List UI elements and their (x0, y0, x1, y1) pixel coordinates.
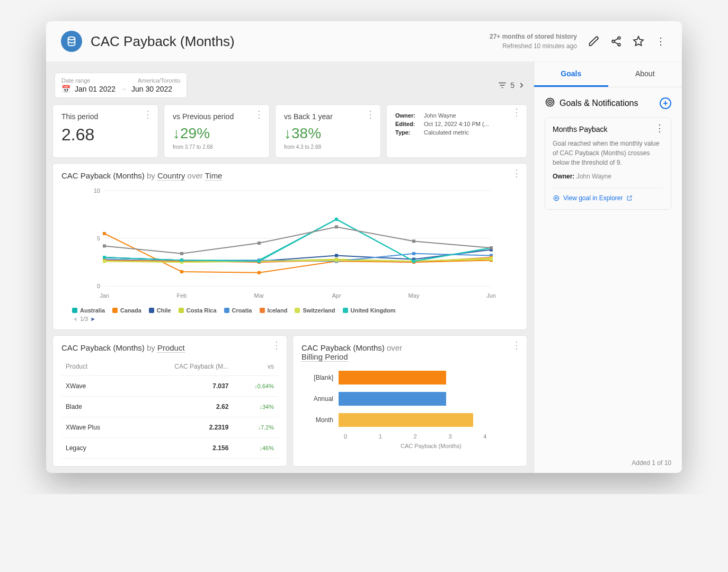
panel-title: CAC Payback (Months) over Billing Period (301, 343, 518, 361)
more-icon[interactable] (366, 110, 375, 120)
svg-rect-52 (103, 256, 106, 259)
bar-row: Annual (301, 391, 518, 407)
svg-rect-54 (258, 260, 261, 263)
dim-country[interactable]: Country (157, 171, 185, 181)
timezone: America/Toronto (138, 77, 180, 84)
kpi-delta: ↓29% (173, 125, 261, 142)
svg-text:Apr: Apr (332, 292, 341, 299)
svg-text:Jan: Jan (100, 292, 109, 299)
goal-title: Months Payback (553, 125, 663, 133)
filter-row: Date range America/Toronto 📅 Jan 01 2022… (52, 68, 527, 104)
tab-about[interactable]: About (608, 62, 682, 87)
tab-goals[interactable]: Goals (534, 62, 608, 87)
svg-rect-25 (335, 254, 338, 257)
goal-body: Goal reached when the monthly value of C… (553, 139, 663, 167)
dim-product[interactable]: Product (157, 343, 185, 353)
dim-billing[interactable]: Billing Period (301, 352, 348, 362)
section-title: Goals & Notifications (560, 99, 638, 108)
svg-point-73 (554, 195, 558, 200)
svg-rect-59 (180, 252, 183, 255)
target-icon (553, 194, 560, 202)
line-chart: 0510JanFebMarAprMayJun (61, 185, 518, 304)
chevron-left-icon: ◄ (72, 316, 78, 322)
calendar-icon: 📅 (61, 85, 70, 93)
more-icon[interactable] (254, 110, 264, 120)
legend-item[interactable]: United Kingdom (343, 307, 396, 314)
legend-item[interactable]: Canada (112, 307, 141, 314)
date-range-picker[interactable]: Date range America/Toronto 📅 Jan 01 2022… (55, 73, 187, 98)
billing-bar-panel: CAC Payback (Months) over Billing Period… (292, 335, 527, 467)
svg-text:Mar: Mar (254, 292, 264, 299)
svg-point-2 (612, 40, 615, 43)
svg-rect-61 (335, 225, 338, 228)
legend-pager[interactable]: ◄ 1/3 ► (61, 316, 518, 322)
more-icon[interactable] (655, 124, 664, 133)
filter-toggle[interactable]: 5 (498, 81, 525, 90)
legend-item[interactable]: Iceland (260, 307, 288, 314)
goals-section: Goals & Notifications + Months Payback G… (534, 87, 682, 219)
kpi-back-year: vs Back 1 year ↓38% from 4.3 to 2.68 (275, 104, 381, 158)
legend-item[interactable]: Costa Rica (179, 307, 217, 314)
bar-chart: [Blank]AnnualMonth (301, 370, 518, 428)
svg-rect-55 (335, 218, 338, 221)
svg-rect-49 (335, 258, 338, 262)
svg-point-1 (618, 37, 620, 39)
kpi-from: from 3.77 to 2.68 (173, 144, 261, 150)
history-text: 27+ months of stored history (490, 32, 577, 41)
more-icon[interactable] (143, 110, 153, 120)
line-chart-panel: CAC Payback (Months) by Country over Tim… (52, 163, 527, 330)
legend-item[interactable]: Australia (72, 307, 105, 314)
more-icon[interactable] (512, 341, 521, 351)
legend-item[interactable]: Switzerland (295, 307, 335, 314)
table-row[interactable]: XWave7.037↓0.64% (61, 376, 278, 397)
edit-icon[interactable] (588, 35, 600, 48)
svg-point-3 (618, 43, 620, 46)
external-link-icon (626, 195, 633, 201)
kpi-label: vs Previous period (173, 112, 261, 121)
right-sidebar: Goals About Goals & Notifications + Mont… (534, 62, 682, 473)
kpi-delta: ↓38% (284, 125, 372, 142)
bar-row: [Blank] (301, 370, 518, 386)
more-icon[interactable] (512, 169, 521, 178)
arrow-icon: → (120, 85, 127, 93)
kpi-prev-period: vs Previous period ↓29% from 3.77 to 2.6… (164, 104, 270, 158)
target-icon (545, 97, 555, 110)
chevron-right-icon (518, 82, 525, 89)
kpi-info: Owner:John Wayne Edited:Oct 12, 2022 4:1… (386, 104, 527, 158)
legend-item[interactable]: Croatia (224, 307, 252, 314)
view-goal-link[interactable]: View goal in Explorer (553, 187, 663, 202)
more-icon[interactable] (272, 341, 281, 351)
chart-legend: AustraliaCanadaChileCosta RicaCroatiaIce… (61, 307, 518, 314)
svg-text:0: 0 (97, 283, 100, 289)
kpi-label: vs Back 1 year (284, 112, 372, 121)
svg-rect-58 (103, 244, 106, 247)
bar-row: Month (301, 412, 518, 428)
more-icon[interactable] (654, 35, 667, 48)
svg-rect-18 (258, 271, 261, 274)
svg-point-0 (68, 37, 75, 40)
svg-rect-51 (490, 257, 493, 260)
add-goal-button[interactable]: + (660, 97, 671, 109)
kpi-value: 2.68 (61, 125, 149, 145)
page-title: CAC Payback (Months) (91, 33, 235, 50)
table-row[interactable]: XWave Plus2.2319↓7.2% (61, 417, 278, 438)
panel-title: CAC Payback (Months) by Product (61, 343, 278, 352)
goal-card: Months Payback Goal reached when the mon… (545, 117, 671, 210)
share-icon[interactable] (610, 35, 623, 48)
table-row[interactable]: Blade2.62↓34% (61, 397, 278, 417)
svg-text:Jun: Jun (486, 292, 496, 299)
product-table: Product CAC Payback (M... vs XWave7.037↓… (61, 358, 278, 459)
kpi-label: This period (61, 112, 149, 121)
table-row[interactable]: Legacy2.156↓46% (61, 438, 278, 459)
metric-db-icon (61, 31, 82, 52)
date-start: Jan 01 2022 (75, 85, 116, 93)
svg-point-74 (555, 197, 557, 199)
kpi-from: from 4.3 to 2.68 (284, 144, 372, 150)
legend-item[interactable]: Chile (149, 307, 171, 314)
more-icon[interactable] (512, 110, 521, 117)
star-icon[interactable] (632, 35, 645, 48)
refreshed-text: Refreshed 10 minutes ago (490, 41, 577, 51)
header: CAC Payback (Months) 27+ months of store… (46, 21, 682, 62)
dim-time[interactable]: Time (205, 171, 223, 181)
main-content: Date range America/Toronto 📅 Jan 01 2022… (46, 62, 534, 473)
